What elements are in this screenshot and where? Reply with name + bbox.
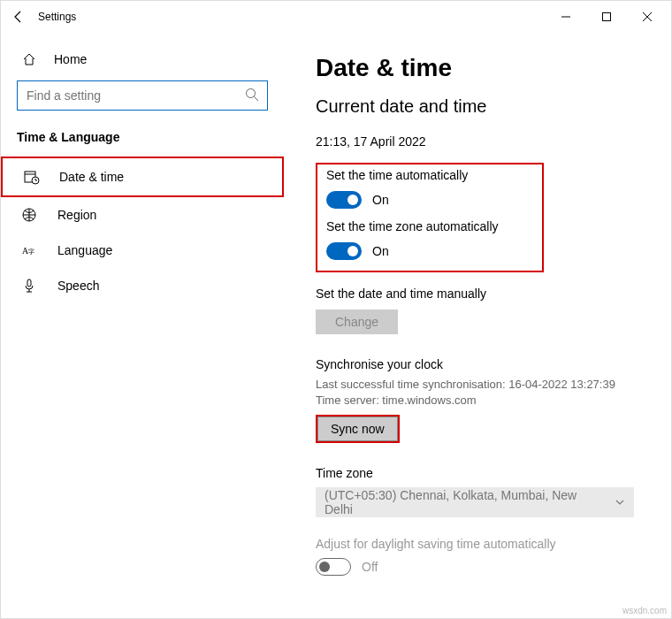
search-icon — [245, 88, 259, 104]
svg-point-1 — [247, 89, 256, 98]
home-label: Home — [54, 52, 87, 66]
auto-tz-state: On — [372, 244, 389, 258]
dst-section: Adjust for daylight saving time automati… — [316, 537, 645, 576]
svg-text:A: A — [22, 246, 28, 256]
change-button[interactable]: Change — [316, 310, 398, 334]
sidebar-item-date-time[interactable]: Date & time — [1, 157, 284, 197]
sidebar-item-speech[interactable]: Speech — [1, 268, 284, 303]
minimize-button[interactable] — [546, 3, 586, 31]
svg-text:字: 字 — [28, 248, 34, 256]
manual-label: Set the date and time manually — [316, 287, 645, 301]
auto-time-toggle[interactable] — [326, 191, 362, 209]
svg-rect-0 — [603, 13, 611, 21]
sync-now-button[interactable]: Sync now — [317, 416, 398, 441]
timezone-select[interactable]: (UTC+05:30) Chennai, Kolkata, Mumbai, Ne… — [316, 487, 634, 517]
current-datetime: 21:13, 17 April 2022 — [316, 134, 645, 149]
page-subtitle: Current date and time — [316, 96, 645, 117]
auto-tz-group: Set the time zone automatically On — [326, 219, 533, 260]
calendar-clock-icon — [24, 169, 42, 185]
sync-server: Time server: time.windows.com — [316, 393, 645, 409]
search-container — [17, 80, 268, 111]
sidebar-item-region[interactable]: Region — [1, 197, 284, 233]
maximize-button[interactable] — [586, 3, 627, 31]
search-input[interactable] — [17, 80, 268, 111]
auto-tz-toggle[interactable] — [326, 242, 362, 260]
timezone-section: Time zone (UTC+05:30) Chennai, Kolkata, … — [316, 466, 645, 517]
svg-rect-7 — [27, 279, 31, 287]
close-button[interactable] — [627, 3, 668, 31]
sidebar-item-label: Language — [57, 243, 112, 257]
timezone-label: Time zone — [316, 466, 645, 480]
highlight-auto-settings: Set the time automatically On Set the ti… — [316, 163, 544, 272]
watermark: wsxdn.com — [622, 606, 667, 615]
titlebar: Settings — [1, 1, 671, 33]
auto-time-group: Set the time automatically On — [326, 168, 533, 209]
page-title: Date & time — [316, 54, 645, 82]
sync-last: Last successful time synchronisation: 16… — [316, 377, 645, 393]
minimize-icon — [561, 12, 570, 21]
content-area: Date & time Current date and time 21:13,… — [284, 33, 671, 618]
back-arrow-icon — [11, 10, 26, 24]
maximize-icon — [602, 12, 611, 21]
sidebar-item-label: Date & time — [59, 170, 124, 184]
auto-time-state: On — [372, 193, 389, 207]
sidebar-item-label: Region — [57, 208, 96, 222]
auto-tz-label: Set the time zone automatically — [326, 219, 533, 233]
microphone-icon — [22, 279, 40, 293]
home-nav[interactable]: Home — [1, 43, 284, 75]
sidebar-item-label: Speech — [57, 279, 99, 293]
sync-section: Synchronise your clock Last successful t… — [316, 357, 645, 443]
back-button[interactable] — [4, 3, 33, 31]
highlight-sync-button: Sync now — [316, 415, 400, 443]
auto-time-label: Set the time automatically — [326, 168, 533, 182]
dst-label: Adjust for daylight saving time automati… — [316, 537, 645, 551]
timezone-value: (UTC+05:30) Chennai, Kolkata, Mumbai, Ne… — [325, 488, 607, 516]
dst-toggle[interactable] — [316, 558, 351, 576]
sidebar-item-language[interactable]: A字 Language — [1, 233, 284, 268]
globe-icon — [22, 208, 40, 222]
language-icon: A字 — [22, 243, 40, 257]
section-title: Time & Language — [1, 126, 284, 157]
home-icon — [22, 52, 40, 66]
window-title: Settings — [38, 11, 76, 23]
dst-state: Off — [362, 560, 378, 574]
sync-title: Synchronise your clock — [316, 357, 645, 371]
close-icon — [643, 12, 652, 21]
chevron-down-icon — [615, 496, 625, 510]
sidebar: Home Time & Language Date & time Reg — [1, 33, 284, 618]
